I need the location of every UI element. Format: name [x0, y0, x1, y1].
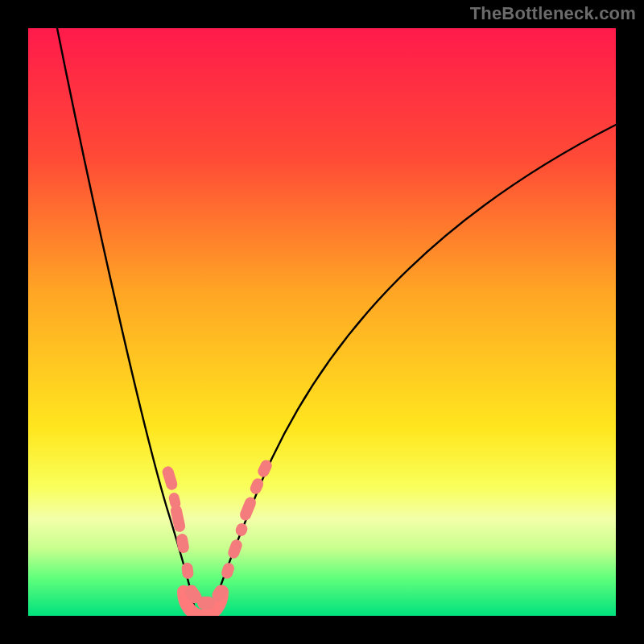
plot-area: [28, 28, 616, 616]
watermark-text: TheBottleneck.com: [470, 3, 636, 24]
gradient-background: [28, 28, 616, 616]
plot-svg: [28, 28, 616, 616]
bead: [197, 597, 215, 609]
stage: TheBottleneck.com: [0, 0, 644, 644]
